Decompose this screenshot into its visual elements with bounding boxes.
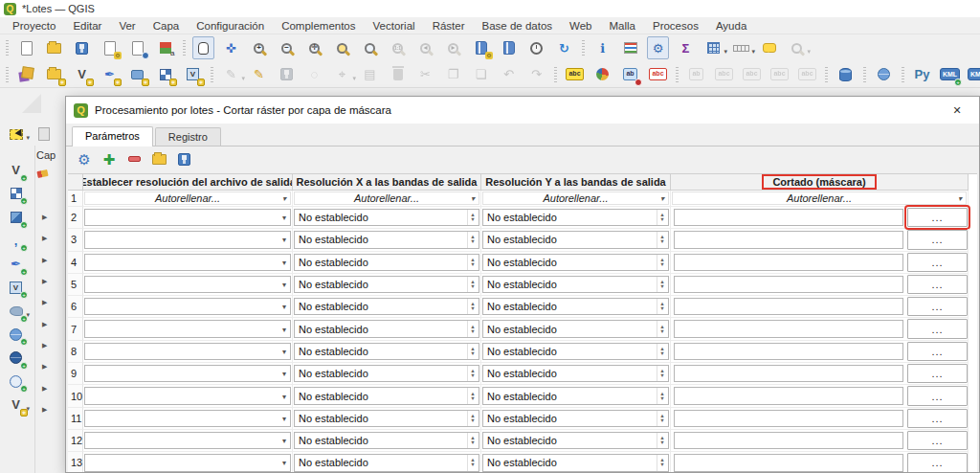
resolution-y-spinbox[interactable]: No establecido▲▼ <box>482 454 669 471</box>
zoom-next-icon[interactable]: ▸ <box>442 36 464 59</box>
metasearch-icon[interactable] <box>873 63 895 86</box>
select-features-icon[interactable]: ▾ <box>5 123 27 146</box>
data-source-manager-icon[interactable] <box>15 63 37 86</box>
resolution-x-spinbox[interactable]: No establecido▲▼ <box>294 410 479 427</box>
pan-map-icon[interactable] <box>192 36 214 59</box>
save-edits-icon[interactable] <box>276 63 298 86</box>
refresh-map-icon[interactable]: ↻ <box>553 36 575 59</box>
browse-button[interactable]: ... <box>907 253 968 272</box>
map-tips-icon[interactable] <box>758 36 780 59</box>
resolution-option-combobox[interactable]: ▾ <box>84 410 291 427</box>
browse-button[interactable]: ... <box>907 386 968 405</box>
spinbox-arrows[interactable]: ▲▼ <box>657 411 667 426</box>
layer-expand-arrow-icon[interactable]: ▶ <box>42 250 47 271</box>
batch-open-icon[interactable] <box>147 148 170 169</box>
menu-ver[interactable]: Ver <box>110 20 144 32</box>
layer-expand-arrow-icon[interactable]: ▶ <box>42 356 47 377</box>
add-vector-layer-icon[interactable]: V+ <box>5 159 27 182</box>
spinbox-arrows[interactable]: ▲▼ <box>657 321 667 336</box>
resolution-option-combobox[interactable]: ▾ <box>84 387 291 404</box>
spinbox-arrows[interactable]: ▲▼ <box>657 455 667 470</box>
menu-complementos[interactable]: Complementos <box>273 20 364 32</box>
python-console-icon[interactable]: Py <box>911 63 933 86</box>
zoom-to-layer-icon[interactable] <box>359 36 381 59</box>
resolution-option-combobox[interactable]: ▾ <box>84 254 291 271</box>
delete-selected-icon[interactable] <box>387 63 409 86</box>
new-shapefile-layer-icon[interactable]: V∗ <box>71 63 93 86</box>
new-mesh-layer-icon[interactable]: ∗ <box>154 63 176 86</box>
add-raster-layer-icon[interactable]: + <box>5 183 27 206</box>
spin-down-icon[interactable]: ▼ <box>470 351 475 356</box>
batch-advanced-icon[interactable]: ⚙ <box>73 148 96 169</box>
spinbox-arrows[interactable]: ▲▼ <box>467 411 478 426</box>
vertex-tool-icon[interactable]: ⌖▾ <box>331 63 353 86</box>
spin-down-icon[interactable]: ▼ <box>470 329 475 334</box>
add-wms-icon[interactable]: + <box>5 324 27 347</box>
layer-diagram-icon[interactable] <box>591 63 613 86</box>
resolution-y-spinbox[interactable]: No establecido▲▼ <box>482 432 669 449</box>
add-postgis-icon[interactable]: +▾ <box>5 300 27 323</box>
add-feature-icon[interactable]: ◌ <box>303 63 325 86</box>
layer-labeling-icon[interactable]: abc <box>564 63 586 86</box>
spinbox-arrows[interactable]: ▲▼ <box>467 344 478 359</box>
spin-down-icon[interactable]: ▼ <box>659 396 664 401</box>
zoom-last-icon[interactable]: ◂ <box>414 36 436 59</box>
autofill-dropdown[interactable]: Autorellenar...▾ <box>672 191 967 205</box>
resolution-x-spinbox[interactable]: No establecido▲▼ <box>294 298 479 315</box>
pan-to-selection-icon[interactable]: ✜ <box>220 36 242 59</box>
resolution-option-combobox[interactable]: ▾ <box>84 365 291 382</box>
pin-unpin-labels-icon[interactable]: ab <box>685 63 707 86</box>
resolution-y-spinbox[interactable]: No establecido▲▼ <box>482 298 669 315</box>
measure-icon[interactable]: ▾ <box>730 36 752 59</box>
layer-expand-arrow-icon[interactable]: ▶ <box>42 228 47 249</box>
resolution-y-spinbox[interactable]: No establecido▲▼ <box>482 231 669 248</box>
mask-layer-field[interactable] <box>674 298 903 315</box>
spinbox-arrows[interactable]: ▲▼ <box>657 433 667 448</box>
tab-parametros[interactable]: Parámetros <box>72 126 153 146</box>
spin-down-icon[interactable]: ▼ <box>470 396 475 401</box>
close-icon[interactable]: ✕ <box>945 102 969 118</box>
resolution-y-spinbox[interactable]: No establecido▲▼ <box>482 387 669 404</box>
browse-button[interactable]: ... <box>907 409 968 428</box>
layout-manager-icon[interactable] <box>126 36 148 59</box>
kmz-export-icon[interactable]: KMZ <box>967 63 980 86</box>
resolution-y-spinbox[interactable]: No establecido▲▼ <box>482 254 669 271</box>
resolution-x-spinbox[interactable]: No establecido▲▼ <box>294 387 479 404</box>
batch-add-row-icon[interactable]: ✚ <box>98 148 121 169</box>
batch-remove-row-icon[interactable] <box>122 148 145 169</box>
current-edits-icon[interactable]: ✎▾ <box>220 63 242 86</box>
layer-expand-arrow-icon[interactable]: ▶ <box>42 335 47 356</box>
spinbox-arrows[interactable]: ▲▼ <box>467 321 478 336</box>
menu-malla[interactable]: Malla <box>600 20 643 32</box>
menu-ayuda[interactable]: Ayuda <box>707 20 755 32</box>
resolution-option-combobox[interactable]: ▾ <box>84 231 291 248</box>
spinbox-arrows[interactable]: ▲▼ <box>467 388 478 403</box>
new-print-layout-icon[interactable]: ⚙ <box>99 36 121 59</box>
add-delimited-text-icon[interactable]: ,+ <box>5 230 27 253</box>
mask-layer-field[interactable] <box>674 276 903 293</box>
browse-button[interactable]: ... <box>907 275 968 294</box>
menu-configuración[interactable]: Configuración <box>188 20 273 32</box>
spin-down-icon[interactable]: ▼ <box>659 306 664 311</box>
modify-attributes-icon[interactable]: ▤ <box>359 63 381 86</box>
show-statistics-icon[interactable]: Σ <box>675 36 697 59</box>
rotate-label-icon[interactable]: abc <box>768 63 791 86</box>
layer-expand-arrow-icon[interactable]: ▶ <box>42 292 47 313</box>
spinbox-arrows[interactable]: ▲▼ <box>657 344 667 359</box>
kml-export-icon[interactable]: KML+ <box>939 63 961 86</box>
autofill-dropdown[interactable]: Autorellenar...▾ <box>84 191 291 205</box>
spinbox-arrows[interactable]: ▲▼ <box>467 433 478 448</box>
mask-layer-field[interactable] <box>674 343 903 360</box>
new-geopackage-layer-icon[interactable]: ∗ <box>43 63 65 86</box>
spin-down-icon[interactable]: ▼ <box>659 329 664 334</box>
spinbox-arrows[interactable]: ▲▼ <box>467 277 478 292</box>
autofill-dropdown[interactable]: Autorellenar...▾ <box>482 191 669 205</box>
temporal-controller-icon[interactable] <box>525 36 547 59</box>
processing-toolbox-icon[interactable]: ⚙ <box>647 36 669 59</box>
tab-registro[interactable]: Registro <box>155 127 221 146</box>
add-spatialite-icon[interactable]: ✒+ <box>5 253 27 276</box>
spinbox-arrows[interactable]: ▲▼ <box>467 255 478 270</box>
menu-proyecto[interactable]: Proyecto <box>4 20 64 32</box>
resolution-option-combobox[interactable]: ▾ <box>84 209 291 226</box>
show-hide-labels-icon[interactable]: abc <box>713 63 735 86</box>
